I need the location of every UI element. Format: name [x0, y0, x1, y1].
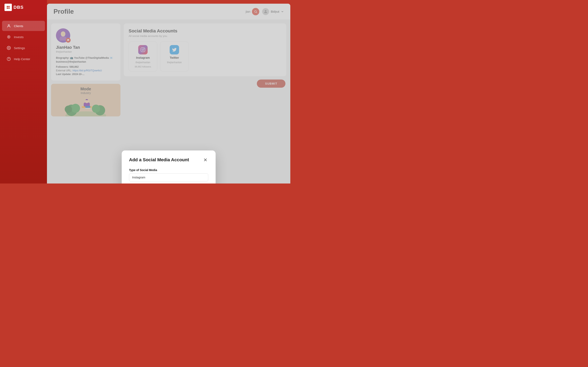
sidebar-item-help-label: Help Center — [14, 57, 30, 61]
dbs-logo-text: DBS — [13, 5, 24, 10]
sidebar-item-settings-label: Settings — [14, 46, 25, 50]
sidebar-item-invests[interactable]: Invests — [2, 32, 45, 42]
question-icon — [7, 57, 11, 61]
gear-icon — [7, 46, 11, 50]
sidebar-item-help[interactable]: Help Center — [2, 54, 45, 64]
sidebar: DBS Clients Invests Settings Help Cen — [0, 0, 47, 184]
sidebar-item-clients[interactable]: Clients — [2, 21, 45, 31]
modal-overlay: Add a Social Media Account Type of Socia… — [47, 4, 290, 184]
coin-icon — [7, 35, 11, 39]
person-icon — [7, 24, 11, 28]
type-input[interactable] — [129, 173, 208, 182]
modal-title: Add a Social Media Account — [129, 157, 189, 162]
modal-header: Add a Social Media Account — [129, 157, 208, 163]
sidebar-item-settings[interactable]: Settings — [2, 43, 45, 53]
type-label: Type of Social Media — [129, 168, 208, 172]
svg-point-2 — [8, 48, 9, 49]
dbs-brand: DBS — [4, 4, 24, 11]
sidebar-item-clients-label: Clients — [14, 24, 23, 28]
svg-point-0 — [8, 25, 9, 26]
modal-close-button[interactable] — [203, 157, 208, 163]
sidebar-item-invests-label: Invests — [14, 35, 24, 39]
dbs-logo-icon — [4, 4, 12, 11]
sidebar-nav: Clients Invests Settings Help Center — [0, 21, 47, 70]
main-content: Profile jian Bidyut — [47, 4, 290, 184]
add-social-media-modal: Add a Social Media Account Type of Socia… — [122, 150, 216, 184]
sidebar-logo: DBS — [0, 0, 47, 15]
type-of-social-media-field: Type of Social Media — [129, 168, 208, 182]
